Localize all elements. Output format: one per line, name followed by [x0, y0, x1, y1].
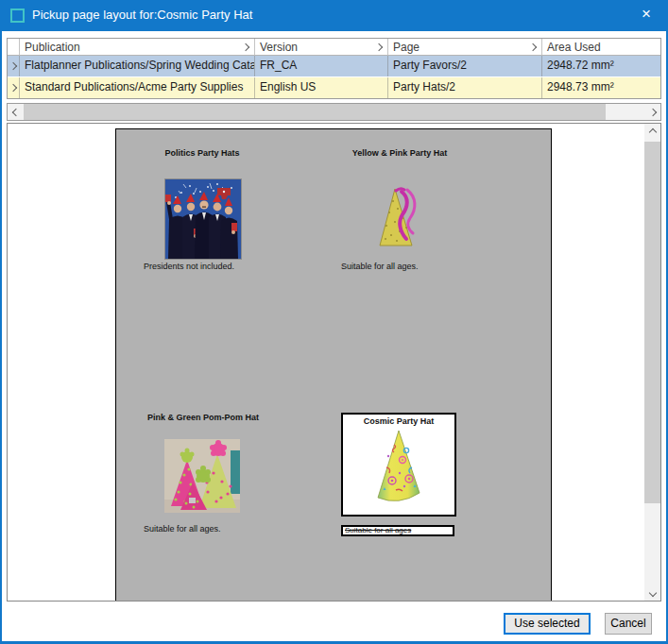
column-header-version[interactable]: Version	[255, 39, 388, 56]
publication-cell: Standard Publications/Acme Party Supplie…	[20, 77, 255, 98]
column-header-publication[interactable]: Publication	[20, 39, 255, 56]
page-preview: Politics Party Hats	[115, 128, 552, 602]
row-arrow-icon	[9, 84, 17, 92]
sort-chevron-icon	[242, 43, 249, 51]
yellow-pink-hat-image[interactable]	[377, 186, 426, 248]
close-icon: ×	[642, 5, 651, 23]
table-header-row: Publication Version Page Area Used	[8, 39, 660, 56]
preview-item-caption: Suitable for all ages.	[341, 262, 419, 271]
dialog-title: Pickup page layout for:Cosmic Party Hat	[32, 0, 252, 31]
page-cell: Party Hats/2	[388, 77, 542, 98]
header-selector-cell	[8, 39, 20, 56]
cosmic-selected-box[interactable]: Cosmic Party Hat	[341, 413, 456, 517]
preview-item-title: Yellow & Pink Party Hat	[334, 148, 466, 158]
preview-item-title: Politics Party Hats	[136, 148, 268, 158]
horizontal-scrollbar-thumb[interactable]	[24, 104, 606, 120]
use-selected-button[interactable]: Use selected	[504, 613, 591, 635]
chevron-right-icon	[648, 108, 656, 115]
cosmic-hat-image	[373, 428, 424, 507]
version-cell: FR_CA	[255, 56, 388, 76]
vertical-scrollbar-thumb[interactable]	[644, 142, 660, 503]
version-cell: English US	[255, 77, 388, 98]
page-cell: Party Favors/2	[388, 56, 542, 76]
column-header-label: Version	[260, 41, 298, 54]
table-row[interactable]: Flatplanner Publications/Spring Wedding …	[8, 56, 660, 77]
column-header-label: Area Used	[547, 41, 601, 54]
sort-chevron-icon	[375, 43, 383, 51]
row-selector-cell	[8, 56, 20, 76]
table-row[interactable]: Standard Publications/Acme Party Supplie…	[8, 77, 660, 98]
column-header-label: Publication	[25, 41, 80, 54]
politics-party-hats-image[interactable]	[164, 178, 242, 260]
chevron-up-icon	[648, 127, 656, 135]
scroll-up-button[interactable]	[644, 124, 660, 140]
preview-item-title: Pink & Green Pom-Pom Hat	[137, 413, 269, 422]
sort-chevron-icon	[529, 43, 537, 51]
column-header-area-used[interactable]: Area Used	[542, 39, 660, 56]
area-used-cell: 2948.73 mm²	[542, 77, 660, 98]
horizontal-scrollbar[interactable]	[7, 103, 661, 121]
page-layout-preview-panel: Politics Party Hats	[7, 123, 661, 602]
publication-cell: Flatplanner Publications/Spring Wedding …	[20, 56, 255, 76]
column-header-label: Page	[393, 41, 420, 54]
row-selector-cell	[8, 77, 20, 98]
chevron-left-icon	[11, 108, 19, 115]
scroll-left-button[interactable]	[8, 104, 24, 120]
scroll-right-button[interactable]	[644, 104, 660, 120]
cosmic-caption-box[interactable]: Suitable for all ages	[341, 525, 454, 536]
preview-item-caption: Suitable for all ages.	[144, 524, 221, 534]
pickup-page-layout-dialog: Pickup page layout for:Cosmic Party Hat …	[0, 0, 668, 644]
cancel-button[interactable]: Cancel	[605, 613, 652, 635]
vertical-scrollbar[interactable]	[644, 124, 660, 601]
column-header-page[interactable]: Page	[388, 39, 542, 56]
row-arrow-icon	[9, 62, 17, 70]
app-icon	[10, 8, 25, 23]
scroll-down-button[interactable]	[644, 585, 660, 601]
dialog-border-left	[0, 31, 2, 644]
area-used-cell: 2948.72 mm²	[542, 56, 660, 76]
close-button[interactable]: ×	[625, 0, 668, 30]
preview-item-title: Cosmic Party Hat	[343, 416, 454, 426]
titlebar: Pickup page layout for:Cosmic Party Hat …	[0, 0, 668, 31]
pompom-hat-image[interactable]	[164, 439, 240, 513]
preview-item-caption: Presidents not included.	[144, 262, 234, 271]
chevron-down-icon	[648, 588, 656, 596]
results-table: Publication Version Page Area Used Flatp…	[7, 38, 661, 99]
